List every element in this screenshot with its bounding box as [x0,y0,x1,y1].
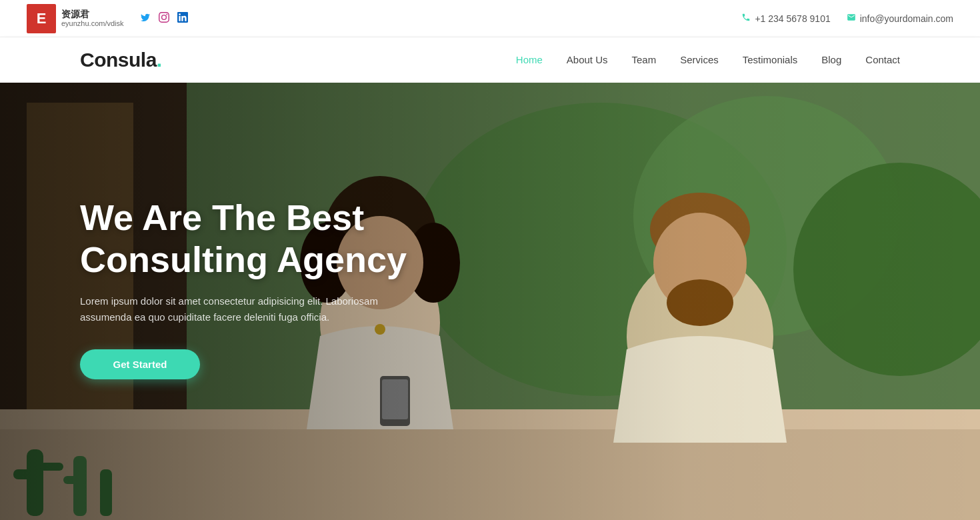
brand-name: Consula [80,49,157,71]
logo-chinese-name: 资源君 [61,9,124,20]
brand-dot: . [157,49,162,71]
hero-title-line1: We Are The Best [80,197,364,237]
email-icon [847,13,856,24]
nav-link-contact[interactable]: Contact [865,54,900,65]
instagram-icon[interactable] [159,12,169,25]
linkedin-icon[interactable] [177,12,188,25]
nav-item-services[interactable]: Services [680,54,719,66]
hero-title: We Are The Best Consulting Agency [80,197,480,279]
top-bar-right: +1 234 5678 9101 info@yourdomain.com [741,13,953,24]
navbar: Consula. Home About Us Team Services Tes… [0,37,980,83]
logo-icon: E [27,4,56,33]
logo-url: eyunzhu.com/vdisk [61,19,124,28]
phone-icon [741,13,751,24]
hero-subtitle: Lorem ipsum dolor sit amet consectetur a… [80,293,400,325]
nav-item-home[interactable]: Home [516,54,543,66]
nav-link-about[interactable]: About Us [567,54,608,65]
hero-title-line2: Consulting Agency [80,239,407,279]
phone-number: +1 234 5678 9101 [755,13,830,24]
get-started-button[interactable]: Get Started [80,349,200,379]
hero-content: We Are The Best Consulting Agency Lorem … [0,83,980,520]
nav-item-about[interactable]: About Us [567,54,608,66]
hero-section: We Are The Best Consulting Agency Lorem … [0,83,980,520]
nav-item-contact[interactable]: Contact [865,54,900,66]
twitter-icon[interactable] [140,12,151,25]
top-bar: E 资源君 eyunzhu.com/vdisk +1 234 5678 9101 [0,0,980,37]
nav-item-team[interactable]: Team [632,54,657,66]
nav-link-team[interactable]: Team [632,54,657,65]
nav-item-testimonials[interactable]: Testimonials [743,54,798,66]
nav-item-blog[interactable]: Blog [821,54,841,66]
email-address: info@yourdomain.com [860,13,953,24]
nav-link-home[interactable]: Home [516,54,543,65]
nav-link-blog[interactable]: Blog [821,54,841,65]
social-icons [140,12,188,25]
logo-text: 资源君 eyunzhu.com/vdisk [61,9,124,29]
nav-links: Home About Us Team Services Testimonials… [516,54,900,66]
phone-contact: +1 234 5678 9101 [741,13,830,24]
logo: E 资源君 eyunzhu.com/vdisk [27,4,124,33]
brand-logo[interactable]: Consula. [80,49,162,71]
email-contact: info@yourdomain.com [847,13,953,24]
top-bar-left: E 资源君 eyunzhu.com/vdisk [27,4,188,33]
nav-link-services[interactable]: Services [680,54,719,65]
nav-link-testimonials[interactable]: Testimonials [743,54,798,65]
